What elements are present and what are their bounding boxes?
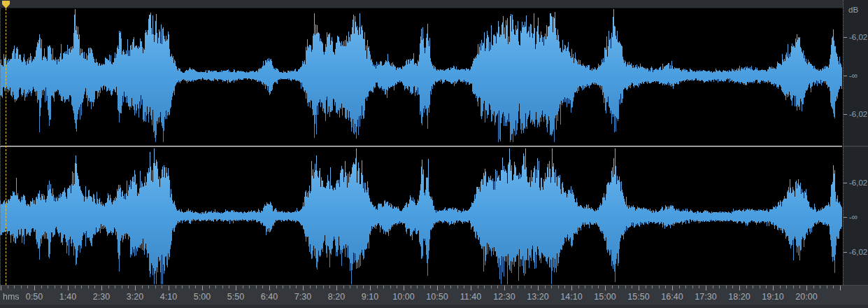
playhead-handle-icon[interactable] bbox=[2, 1, 10, 8]
playhead-line[interactable] bbox=[6, 8, 6, 285]
db-tick bbox=[844, 76, 847, 76]
db-tick bbox=[844, 217, 847, 218]
time-ruler-label: 5:00 bbox=[194, 292, 211, 302]
time-ruler-label: 11:40 bbox=[460, 292, 481, 302]
time-ruler-label: 0:50 bbox=[26, 292, 43, 302]
db-scale-label: -∞ bbox=[849, 71, 858, 80]
timeline-header-bar[interactable] bbox=[0, 0, 868, 8]
waveform-channel-1[interactable] bbox=[0, 8, 842, 146]
db-tick bbox=[844, 37, 847, 38]
time-ruler-label: 10:50 bbox=[426, 292, 448, 302]
db-tick bbox=[844, 114, 847, 115]
time-ruler-label: 18:20 bbox=[728, 292, 750, 302]
time-ruler-label: 10:00 bbox=[392, 292, 414, 302]
time-ruler-label: 17:30 bbox=[695, 292, 716, 302]
db-scale-label: -6,02 bbox=[849, 110, 867, 118]
db-scale-label: -6,02 bbox=[849, 178, 867, 187]
db-tick bbox=[844, 252, 847, 253]
time-ruler-label: 15:00 bbox=[594, 292, 616, 302]
db-unit-label: dB bbox=[848, 6, 858, 14]
db-tick bbox=[844, 183, 847, 183]
time-ruler-label: 12:30 bbox=[493, 292, 515, 302]
time-ruler-label: 3:20 bbox=[127, 292, 143, 302]
time-ruler-label: 1:40 bbox=[59, 292, 76, 302]
db-scale-label: -6,02 bbox=[849, 33, 867, 41]
time-ruler-label: 2:30 bbox=[93, 292, 110, 302]
amplitude-scale[interactable]: dB -6,02-∞-6,02-6,02-∞-6,02 bbox=[843, 0, 868, 285]
amplitude-scale-divider bbox=[844, 146, 868, 147]
waveform-channel-2[interactable] bbox=[0, 147, 842, 285]
time-ruler-label: 20:00 bbox=[795, 292, 817, 302]
time-ruler-label: 8:20 bbox=[328, 292, 345, 302]
time-unit-label: hms bbox=[3, 292, 20, 302]
time-ruler-label: 16:40 bbox=[661, 292, 683, 302]
time-ruler-label: 9:10 bbox=[362, 292, 378, 302]
time-ruler-label: 13:20 bbox=[527, 292, 548, 302]
time-ruler-label: 5:50 bbox=[227, 292, 244, 302]
waveform-canvas-channel-1[interactable] bbox=[0, 8, 842, 146]
time-ruler-label: 19:10 bbox=[762, 292, 783, 302]
db-scale-label: -6,02 bbox=[849, 248, 867, 256]
time-ruler[interactable]: hms 0:501:402:303:204:105:005:506:407:30… bbox=[0, 285, 868, 308]
time-ruler-ticks bbox=[0, 286, 842, 291]
time-ruler-label: 14:10 bbox=[560, 292, 582, 302]
waveform-editor: dB -6,02-∞-6,02-6,02-∞-6,02 hms 0:501:40… bbox=[0, 0, 868, 308]
time-ruler-label: 6:40 bbox=[261, 292, 278, 302]
ruler-bottom-strip bbox=[0, 304, 868, 308]
db-scale-label: -∞ bbox=[849, 213, 858, 221]
time-ruler-label: 7:30 bbox=[294, 292, 311, 302]
timeline-start-boundary-line bbox=[0, 8, 1, 285]
time-ruler-label: 15:50 bbox=[627, 292, 649, 302]
waveform-canvas-channel-2[interactable] bbox=[0, 147, 842, 285]
time-ruler-label: 4:10 bbox=[160, 292, 177, 302]
